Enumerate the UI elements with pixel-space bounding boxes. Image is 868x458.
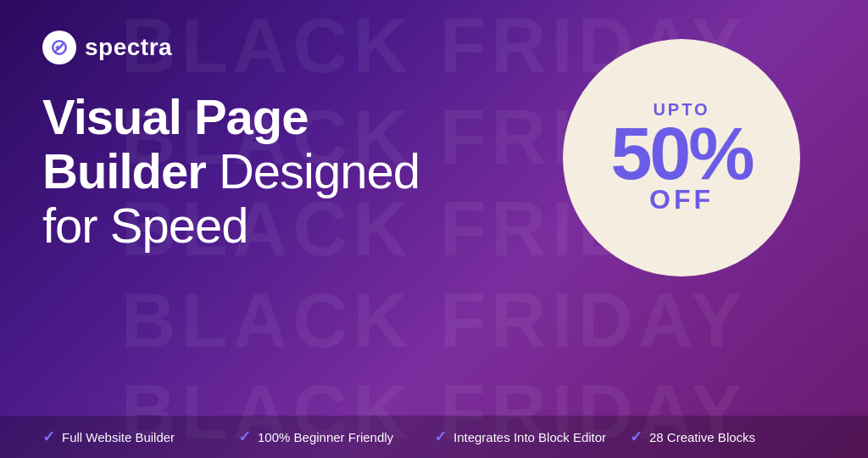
logo-icon: [42, 31, 76, 64]
headline-bold-2: Builder: [42, 143, 206, 198]
feature-text-1: Full Website Builder: [62, 430, 175, 444]
off-text: OFF: [649, 184, 714, 215]
check-icon-3: ✓: [434, 427, 447, 446]
headline-light-3: for Speed: [42, 198, 248, 253]
headline-line2: Builder Designed: [42, 144, 537, 198]
feature-text-2: 100% Beginner Friendly: [258, 430, 393, 444]
headline-light-2: Designed: [206, 143, 420, 198]
check-icon-1: ✓: [42, 427, 55, 446]
headline-line1: Visual Page: [42, 90, 537, 144]
headline-line3: for Speed: [42, 198, 537, 253]
feature-item-3: ✓ Integrates Into Block Editor: [434, 427, 630, 446]
banner: BLACK FRIDAY BLACK FRIDAY BLACK FRIDAY B…: [0, 0, 868, 458]
headline-bold-1: Visual Page: [42, 89, 309, 144]
main-content: spectra Visual Page Builder Designed for…: [0, 0, 868, 416]
check-icon-4: ✓: [630, 427, 643, 446]
right-column: UPTO 50% OFF: [537, 31, 826, 416]
spectra-logo-svg: [50, 38, 69, 57]
left-column: spectra Visual Page Builder Designed for…: [42, 31, 537, 416]
headline: Visual Page Builder Designed for Speed: [42, 90, 537, 252]
logo: spectra: [42, 31, 537, 64]
features-bar: ✓ Full Website Builder ✓ 100% Beginner F…: [0, 416, 868, 458]
percent-text: 50%: [610, 116, 752, 191]
feature-text-3: Integrates Into Block Editor: [453, 430, 606, 444]
feature-text-4: 28 Creative Blocks: [649, 430, 755, 444]
discount-circle: UPTO 50% OFF: [563, 39, 800, 276]
check-icon-2: ✓: [238, 427, 251, 446]
feature-item-2: ✓ 100% Beginner Friendly: [238, 427, 434, 446]
logo-text: spectra: [85, 34, 172, 61]
feature-item-1: ✓ Full Website Builder: [42, 427, 238, 446]
feature-item-4: ✓ 28 Creative Blocks: [630, 427, 826, 446]
